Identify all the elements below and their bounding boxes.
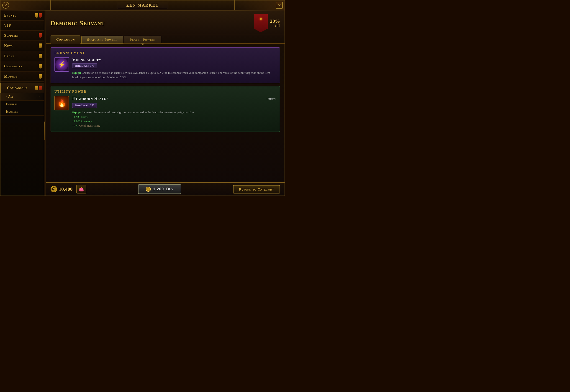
gold-bookmark-icon <box>39 64 42 69</box>
discount-badge: 20% off <box>270 19 280 28</box>
sidebar-scroll-thumb <box>44 122 45 140</box>
wallet-icon: 👛 <box>79 187 84 192</box>
discount-off: off <box>275 24 280 28</box>
utility-desc-text: Increases the amount of campaign currenc… <box>82 111 195 114</box>
currency-icon: Ⓩ <box>51 186 57 192</box>
sub-bullet-left: ▪ <box>6 95 7 98</box>
enhancement-info: Vulnerabilty Item Level: 375 Equip: Chan… <box>72 57 276 79</box>
buy-price: 1,200 <box>153 187 164 191</box>
sidebar-item-keys[interactable]: Keys <box>0 41 45 51</box>
gold-bookmark-icon <box>35 13 38 18</box>
utility-label: Utility Power <box>55 90 87 94</box>
red-bookmark-icon <box>39 33 42 38</box>
red-bookmark-icon <box>39 85 42 90</box>
title-bar: ? ZEN Market ✕ <box>0 0 285 11</box>
utility-description: Equip: Increases the amount of campaign … <box>72 110 276 115</box>
currency-display: Ⓩ 10,400 👛 <box>51 185 86 194</box>
enhancement-description: Equip: Chance on hit to reduce an enemy'… <box>72 70 276 79</box>
enhancement-header: Enhancement <box>55 51 276 55</box>
discount-amount: 20% <box>270 19 280 24</box>
sidebar: Events VIP Supplies Keys <box>0 11 46 196</box>
red-bookmark-icon <box>39 13 42 18</box>
buy-coin-icon <box>146 187 151 192</box>
utility-name: Highborn Status <box>72 96 108 101</box>
utility-stat3-value: +375 <box>72 124 78 128</box>
utility-card: Utility Power 🔥 Highborn Status Utility … <box>51 86 280 132</box>
enhancement-body: ⚡ Vulnerabilty Item Level: 375 Equip: Ch… <box>55 57 276 79</box>
badge-symbol: ✦ <box>259 16 263 22</box>
sub-item-invokers[interactable]: Invokers <box>0 108 45 116</box>
wallet-button[interactable]: 👛 <box>76 185 86 194</box>
title-frame: ZEN Market <box>117 2 168 9</box>
utility-info: Highborn Status Utility Item Level: 375 … <box>72 96 276 128</box>
sidebar-item-mounts[interactable]: Mounts <box>0 71 45 82</box>
utility-stat3-label: Combined Rating <box>79 124 100 127</box>
utility-type-label: Utility <box>266 97 276 101</box>
enhancement-item-level: Item Level: 375 <box>72 63 97 68</box>
utility-equip-label: Equip: <box>72 111 81 114</box>
sub-item-all[interactable]: ▪ All ▪ <box>0 93 45 101</box>
gold-bookmark-icon <box>39 43 42 48</box>
tab-arrow <box>141 43 145 45</box>
currency-amount: 10,400 <box>59 186 73 192</box>
utility-item-level: Item Level: 375 <box>72 103 97 108</box>
gold-bookmark-icon <box>39 74 42 79</box>
gold-bookmark-icon <box>35 85 38 90</box>
sub-item-healers[interactable]: ... <box>0 116 45 123</box>
tab-player-powers[interactable]: Player Powers <box>124 36 161 44</box>
window-title: ZEN Market <box>126 3 159 8</box>
sub-bullet-right: ▪ <box>39 96 40 98</box>
utility-stat1: +1.9% Forte. <box>72 115 276 119</box>
enhancement-icon: ⚡ <box>55 57 69 72</box>
sidebar-item-events[interactable]: Events <box>0 11 45 21</box>
buy-label: Buy <box>166 187 173 191</box>
companions-icons <box>35 85 42 90</box>
close-button[interactable]: ✕ <box>276 2 283 9</box>
right-panel: Demonic Servant ✦ 20% off Companion <box>46 11 285 196</box>
tab-companion[interactable]: Companion <box>51 36 80 44</box>
content-area: Enhancement ⚡ Vulnerabilty Item Level: 3… <box>46 44 285 182</box>
utility-stat2: +1.9% Accuracy. <box>72 119 276 124</box>
sidebar-item-vip[interactable]: VIP <box>0 21 45 30</box>
keys-icons <box>39 43 42 48</box>
companions-sub-list: ▪ All ▪ Fighters Invokers ... <box>0 93 45 123</box>
packs-icons <box>39 54 42 58</box>
tabs-bar: Companion Stats and Powers Player Powers <box>46 35 285 44</box>
sidebar-item-packs[interactable]: Packs <box>0 51 45 61</box>
campaigns-icons <box>39 64 42 69</box>
help-button[interactable]: ? <box>2 2 9 9</box>
sidebar-item-campaigns[interactable]: Campaigns <box>0 61 45 71</box>
supplies-icons <box>39 33 42 38</box>
utility-body: 🔥 Highborn Status Utility Item Level: 37… <box>55 96 276 128</box>
fire-icon: 🔥 <box>58 99 66 107</box>
tab-stats-powers[interactable]: Stats and Powers <box>81 36 123 44</box>
sidebar-divider <box>0 82 45 83</box>
item-header: Demonic Servant ✦ 20% off <box>46 11 285 35</box>
buy-button[interactable]: 1,200 Buy <box>138 184 181 194</box>
sidebar-item-companions[interactable]: ▪ Companions <box>0 83 45 93</box>
badge-banner: ✦ <box>254 14 268 32</box>
enhancement-card: Enhancement ⚡ Vulnerabilty Item Level: 3… <box>51 47 280 83</box>
utility-icon: 🔥 <box>55 96 69 111</box>
sidebar-scrollbar[interactable] <box>44 11 45 196</box>
gold-bookmark-icon <box>39 54 42 58</box>
bottom-bar: Ⓩ 10,400 👛 1,200 Buy Return to Category <box>46 182 285 196</box>
item-title: Demonic Servant <box>51 20 105 27</box>
enhancement-name: Vulnerabilty <box>72 57 276 62</box>
utility-header: Utility Power <box>55 90 276 94</box>
events-icons <box>35 13 42 18</box>
enhancement-label: Enhancement <box>55 51 85 55</box>
enhancement-equip-label: Equip: <box>72 71 81 74</box>
vulnerability-icon: ⚡ <box>55 58 68 71</box>
sub-item-fighters[interactable]: Fighters <box>0 101 45 108</box>
return-to-category-button[interactable]: Return to Category <box>233 185 280 194</box>
header-badge-area: ✦ 20% off <box>254 14 280 32</box>
sidebar-item-supplies[interactable]: Supplies <box>0 30 45 41</box>
companions-expand-icon: ▪ <box>5 87 6 89</box>
enhancement-desc-text: Chance on hit to reduce an enemy's criti… <box>72 71 270 79</box>
mounts-icons <box>39 74 42 79</box>
market-window: ? ZEN Market ✕ Events VIP Supplies <box>0 0 285 196</box>
main-content: Events VIP Supplies Keys <box>0 11 285 196</box>
